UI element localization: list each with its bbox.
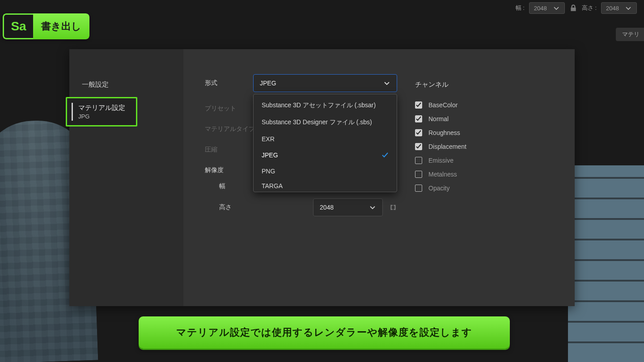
channel-checkbox-metalness[interactable]: Metalness bbox=[415, 171, 559, 178]
format-label: 形式 bbox=[205, 79, 253, 87]
lock-icon bbox=[569, 4, 577, 12]
channel-checkbox-displacement[interactable]: Displacement bbox=[415, 143, 559, 150]
caption-text: マテリアル設定では使用するレンダラーや解像度を設定します bbox=[176, 326, 472, 339]
dialog-main: 形式 JPEG Substance 3D アセットファイル (.sbsar) S… bbox=[183, 49, 575, 306]
aspect-lock-icon[interactable] bbox=[389, 203, 397, 211]
channel-label: Emissive bbox=[428, 157, 453, 164]
topbar-height-value: 2048 bbox=[606, 5, 619, 12]
topbar: 幅 : 2048 高さ : 2048 bbox=[516, 0, 644, 16]
checkbox-box bbox=[415, 129, 422, 136]
topbar-height-select[interactable]: 2048 bbox=[601, 2, 637, 14]
caption-bar: マテリアル設定では使用するレンダラーや解像度を設定します bbox=[139, 316, 510, 349]
topbar-height-label: 高さ : bbox=[582, 4, 597, 12]
compression-label: 圧縮 bbox=[205, 146, 253, 154]
channel-checkbox-basecolor[interactable]: BaseColor bbox=[415, 101, 559, 109]
res-height-select[interactable]: 2048 bbox=[313, 198, 383, 216]
check-icon bbox=[381, 152, 389, 159]
format-option-targa[interactable]: TARGA bbox=[254, 179, 397, 189]
res-height-value: 2048 bbox=[320, 204, 334, 211]
format-select[interactable]: JPEG bbox=[253, 74, 397, 92]
channel-checkbox-roughness[interactable]: Roughness bbox=[415, 129, 559, 136]
preset-label: プリセット bbox=[205, 105, 253, 113]
channel-label: Roughness bbox=[428, 129, 460, 136]
channel-checkbox-normal[interactable]: Normal bbox=[415, 115, 559, 122]
sidebar-item-general[interactable]: 一般設定 bbox=[69, 74, 183, 95]
channel-checkbox-opacity[interactable]: Opacity bbox=[415, 185, 559, 192]
app-badge-icon: Sa bbox=[3, 13, 33, 39]
channel-label: Displacement bbox=[428, 143, 466, 150]
checkbox-box bbox=[415, 115, 422, 122]
sidebar-item-label: 一般設定 bbox=[82, 80, 109, 88]
topbar-width-select[interactable]: 2048 bbox=[529, 2, 565, 14]
floating-tab-material[interactable]: マテリ bbox=[616, 28, 644, 41]
format-option-sbs[interactable]: Substance 3D Designer ファイル (.sbs) bbox=[254, 114, 397, 131]
channel-label: Opacity bbox=[428, 185, 449, 192]
chevron-down-icon bbox=[383, 80, 390, 87]
topbar-width-label: 幅 : bbox=[516, 4, 525, 12]
floating-tab-label: マテリ bbox=[622, 31, 640, 38]
channel-checkbox-emissive[interactable]: Emissive bbox=[415, 157, 559, 164]
dialog-sidebar: 一般設定 マテリアル設定 JPG bbox=[69, 49, 183, 306]
checkbox-box bbox=[415, 171, 422, 178]
format-option-png[interactable]: PNG bbox=[254, 163, 397, 179]
chevron-down-icon bbox=[369, 204, 376, 211]
checkbox-box bbox=[415, 185, 422, 192]
sidebar-item-sublabel: JPG bbox=[78, 113, 136, 120]
sidebar-item-material[interactable]: マテリアル設定 JPG bbox=[66, 97, 183, 126]
chevron-down-icon bbox=[625, 4, 632, 12]
channels-title: チャンネル bbox=[415, 80, 559, 89]
topbar-width-value: 2048 bbox=[534, 5, 547, 12]
export-dialog: 一般設定 マテリアル設定 JPG 形式 JPEG bbox=[69, 49, 575, 306]
res-width-label: 幅 bbox=[205, 182, 253, 190]
sidebar-item-label: マテリアル設定 bbox=[78, 104, 136, 112]
format-option-jpeg[interactable]: JPEG bbox=[254, 147, 397, 163]
format-dropdown: Substance 3D アセットファイル (.sbsar) Substance… bbox=[253, 94, 397, 192]
format-combo: JPEG Substance 3D アセットファイル (.sbsar) Subs… bbox=[253, 74, 397, 92]
chevron-down-icon bbox=[553, 4, 560, 12]
channel-label: Normal bbox=[428, 115, 449, 122]
background-tiles bbox=[568, 165, 644, 362]
channel-label: Metalness bbox=[428, 171, 457, 178]
res-height-label: 高さ bbox=[205, 203, 253, 211]
app-badge-title: 書き出し bbox=[33, 13, 89, 39]
checkbox-box bbox=[415, 157, 422, 164]
checkbox-box bbox=[415, 101, 422, 109]
format-option-sbsar[interactable]: Substance 3D アセットファイル (.sbsar) bbox=[254, 97, 397, 114]
format-option-exr[interactable]: EXR bbox=[254, 131, 397, 147]
checkbox-box bbox=[415, 143, 422, 150]
channel-label: BaseColor bbox=[428, 101, 458, 109]
app-badge: Sa 書き出し bbox=[3, 13, 89, 39]
format-value: JPEG bbox=[260, 80, 276, 87]
